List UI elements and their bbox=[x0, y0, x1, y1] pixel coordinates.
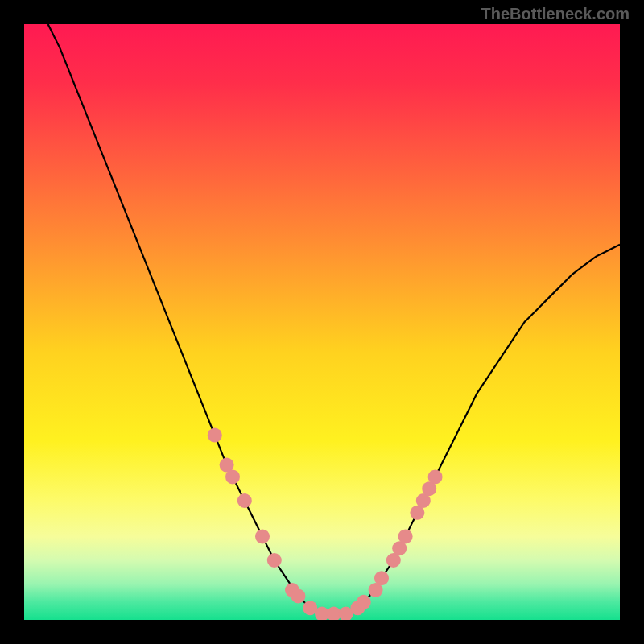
chart-plot-area bbox=[24, 24, 620, 620]
marker-dot bbox=[428, 469, 443, 484]
marker-dot bbox=[208, 428, 222, 443]
marker-dot bbox=[255, 529, 270, 543]
bottleneck-chart bbox=[24, 24, 620, 620]
gradient-background bbox=[24, 24, 620, 620]
marker-dot bbox=[267, 553, 282, 568]
marker-dot bbox=[225, 469, 240, 484]
marker-dot bbox=[374, 571, 389, 585]
marker-dot bbox=[398, 529, 413, 543]
marker-dot bbox=[237, 493, 252, 508]
watermark-text: TheBottleneck.com bbox=[481, 5, 630, 23]
marker-dot bbox=[357, 595, 371, 609]
marker-dot bbox=[291, 588, 305, 603]
